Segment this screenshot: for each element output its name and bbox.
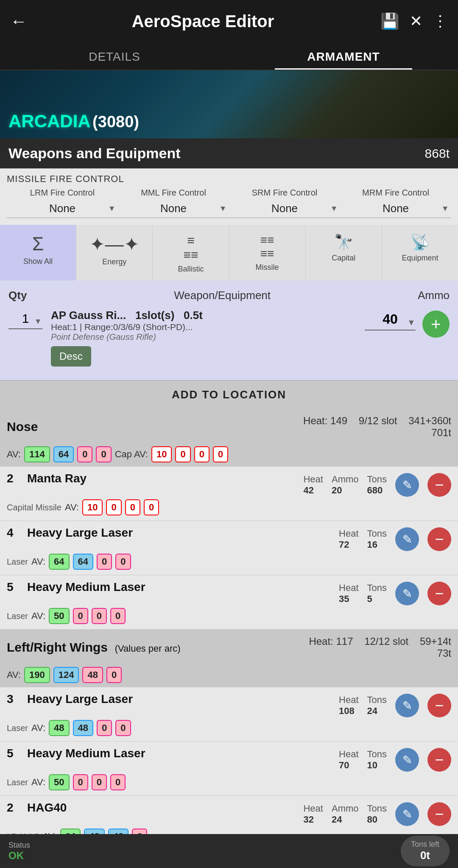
fire-control-labels-row: LRM Fire Control MML Fire Control SRM Fi… xyxy=(7,188,451,198)
qty-column-label: Qty xyxy=(8,289,27,302)
status-label: Status xyxy=(8,841,30,850)
hml-nose-type: Laser xyxy=(7,611,28,621)
hml-nose-tons-val: 5 xyxy=(367,594,372,604)
hll-wings-av-2: 0 xyxy=(97,720,112,736)
hll-wings-name: Heavy Large Laser xyxy=(27,692,339,706)
unit-year: (3080) xyxy=(92,113,139,131)
nose-cap-av-label: Cap AV: xyxy=(115,449,148,460)
hml-nose-edit-button[interactable]: ✎ xyxy=(395,582,419,605)
hll-nose-type: Laser xyxy=(7,557,28,567)
back-button[interactable]: ← xyxy=(10,12,27,31)
hml-wings-heat-label: Heat xyxy=(339,749,358,759)
hll-wings-edit-button[interactable]: ✎ xyxy=(395,694,419,717)
manta-ray-av-label: AV: xyxy=(65,502,79,513)
hml-wings-type: Laser xyxy=(7,778,28,787)
close-button[interactable]: ✕ xyxy=(410,12,422,30)
hml-nose-qty: 5 xyxy=(7,580,22,594)
weapon-column-label: Weapon/Equipment xyxy=(174,289,271,302)
weapon-qty-input[interactable]: 1 xyxy=(8,309,42,329)
add-weapon-button[interactable]: + xyxy=(422,311,450,338)
weapon-slots: 1slot(s) xyxy=(135,309,174,322)
manta-ray-tons-val: 680 xyxy=(367,485,383,496)
capital-icon: 🔭 xyxy=(309,233,378,251)
manta-ray-ammo-label: Ammo xyxy=(332,474,359,484)
manta-ray-remove-button[interactable]: − xyxy=(427,473,451,497)
hag40-ammo-label: Ammo xyxy=(332,803,359,814)
hll-wings-heat-label: Heat xyxy=(339,694,358,705)
missile-label: Missile xyxy=(233,263,302,272)
hero-section: ARCADIA (3080) xyxy=(0,70,458,138)
nose-total-tons: 701t xyxy=(431,427,451,438)
weapons-title: Weapons and Equipment xyxy=(8,145,181,162)
nose-tonnage: 341+360t xyxy=(408,415,451,426)
hll-nose-av-label: AV: xyxy=(31,556,45,567)
status-section: Status OK xyxy=(8,841,30,862)
hll-wings-remove-button[interactable]: − xyxy=(427,694,451,717)
tons-left-button[interactable]: Tons left 0t xyxy=(401,836,450,866)
manta-ray-header: 2 Manta Ray Heat42 Ammo20 Tons680 ✎ − xyxy=(7,472,451,497)
save-button[interactable]: 💾 xyxy=(380,12,399,30)
weapon-select-row: 1 AP Gauss Ri... 1slot(s) 0.5t Heat:1 | … xyxy=(8,309,450,367)
fc-value-mrm[interactable]: None xyxy=(340,199,451,218)
hag40-edit-button[interactable]: ✎ xyxy=(395,802,419,826)
hml-wings-edit-button[interactable]: ✎ xyxy=(395,748,419,772)
nose-av-3: 0 xyxy=(96,446,111,462)
nose-cap-av-3: 0 xyxy=(213,446,228,462)
hml-wings-heat-val: 70 xyxy=(339,760,349,770)
nose-cap-av-2: 0 xyxy=(194,446,209,462)
manta-ray-edit-button[interactable]: ✎ xyxy=(395,473,419,497)
category-energy[interactable]: ✦—✦ Energy xyxy=(76,225,153,280)
hml-nose-heat-label: Heat xyxy=(339,582,358,593)
more-button[interactable]: ⋮ xyxy=(433,12,448,30)
equipment-label: Equipment xyxy=(385,254,455,263)
equip-item-manta-ray: 2 Manta Ray Heat42 Ammo20 Tons680 ✎ − Ca… xyxy=(0,467,458,521)
tab-bar: DETAILS ARMAMENT xyxy=(0,42,458,70)
hll-wings-tons-label: Tons xyxy=(367,694,387,705)
hml-wings-header: 5 Heavy Medium Laser Heat70 Tons10 ✎ − xyxy=(7,747,451,772)
show-all-icon: Σ xyxy=(3,233,73,255)
fc-value-srm[interactable]: None xyxy=(229,199,340,218)
ballistic-label: Ballistic xyxy=(156,265,225,274)
hll-wings-tons-val: 24 xyxy=(367,706,377,716)
hml-nose-av-1: 0 xyxy=(73,608,88,624)
category-capital[interactable]: 🔭 Capital xyxy=(306,225,382,280)
category-ballistic[interactable]: ≡≡≡ Ballistic xyxy=(153,225,229,280)
hag40-name: HAG40 xyxy=(27,801,303,815)
equip-item-hml-wings: 5 Heavy Medium Laser Heat70 Tons10 ✎ − L… xyxy=(0,742,458,796)
tab-details[interactable]: DETAILS xyxy=(0,42,229,70)
nose-av-2: 0 xyxy=(77,446,92,462)
fc-label-srm: SRM Fire Control xyxy=(252,188,317,197)
hll-nose-header: 4 Heavy Large Laser Heat72 Tons16 ✎ − xyxy=(7,526,451,551)
add-to-location-button[interactable]: ADD TO LOCATION xyxy=(0,380,458,409)
category-missile[interactable]: ≡≡≡≡ Missile xyxy=(229,225,306,280)
category-show-all[interactable]: Σ Show All xyxy=(0,225,76,280)
manta-ray-tons-label: Tons xyxy=(367,474,387,484)
hll-nose-subrow: Laser AV: 64 64 0 0 xyxy=(7,554,451,570)
fire-control-section: MISSILE FIRE CONTROL LRM Fire Control MM… xyxy=(0,168,458,225)
category-equipment[interactable]: 📡 Equipment xyxy=(382,225,458,280)
ammo-input[interactable]: 40 xyxy=(365,309,416,330)
hml-wings-av-2: 0 xyxy=(92,774,107,790)
equip-item-hll-nose: 4 Heavy Large Laser Heat72 Tons16 ✎ − La… xyxy=(0,521,458,575)
hml-nose-av-3: 0 xyxy=(110,608,126,624)
tab-armament[interactable]: ARMAMENT xyxy=(229,42,458,70)
hll-nose-remove-button[interactable]: − xyxy=(427,527,451,551)
wings-av-label: AV: xyxy=(7,669,21,680)
hll-nose-av-3: 0 xyxy=(115,554,131,570)
fc-value-mml[interactable]: None xyxy=(118,199,229,218)
hll-nose-edit-button[interactable]: ✎ xyxy=(395,527,419,551)
wings-av-2: 48 xyxy=(82,667,103,683)
manta-ray-qty: 2 xyxy=(7,472,22,485)
hll-nose-qty: 4 xyxy=(7,526,22,540)
hll-wings-heat-val: 108 xyxy=(339,706,355,716)
hag40-remove-button[interactable]: − xyxy=(427,802,451,826)
fc-label-mrm: MRM Fire Control xyxy=(362,188,429,197)
hml-nose-remove-button[interactable]: − xyxy=(427,582,451,605)
hml-wings-remove-button[interactable]: − xyxy=(427,748,451,772)
desc-button[interactable]: Desc xyxy=(51,346,91,367)
fc-value-lrm[interactable]: None xyxy=(7,199,118,218)
tons-left-value: 0t xyxy=(420,849,430,862)
unit-name: ARCADIA xyxy=(8,111,91,131)
hll-nose-av-1: 64 xyxy=(73,554,93,570)
wings-av-1: 124 xyxy=(53,667,79,683)
